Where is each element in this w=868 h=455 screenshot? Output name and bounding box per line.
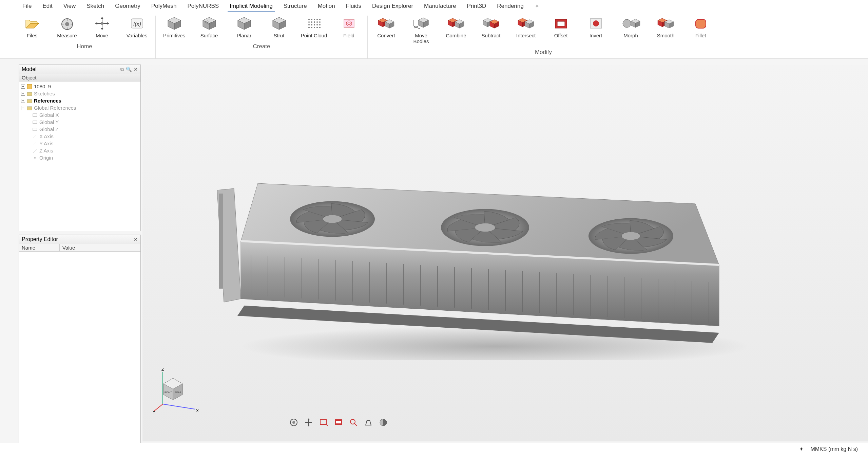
undock-icon[interactable]: ⧉	[120, 67, 124, 72]
tool-button-invert[interactable]: Invert	[581, 16, 610, 44]
tree-toggle-icon[interactable]: +	[21, 99, 25, 103]
tree-toggle-icon[interactable]: +	[21, 85, 25, 89]
svg-line-168	[354, 423, 357, 426]
menu-structure[interactable]: Structure	[282, 1, 309, 12]
tree-item-references[interactable]: +References	[21, 97, 138, 104]
perspective-icon[interactable]	[363, 417, 374, 428]
zoom-icon[interactable]	[348, 417, 359, 428]
fit-icon[interactable]	[333, 417, 344, 428]
menu-manufacture[interactable]: Manufacture	[422, 1, 458, 12]
tree-item-x-axis[interactable]: X Axis	[33, 133, 138, 140]
morph-icon	[621, 16, 640, 31]
orbit-icon[interactable]	[288, 417, 299, 428]
close-icon[interactable]: ✕	[134, 67, 138, 72]
svg-point-89	[623, 19, 631, 28]
menu-fluids[interactable]: Fluids	[344, 1, 363, 12]
menu-edit[interactable]: Edit	[40, 1, 54, 12]
tree-label: Y Axis	[39, 141, 53, 146]
svg-line-153	[163, 404, 195, 409]
model-panel: Model ⧉ 🔍 ✕ Object +1080_9+Sketches+Refe…	[19, 65, 141, 231]
tree-label: Global Y	[39, 119, 59, 125]
tree-toggle-icon[interactable]: −	[21, 106, 25, 110]
property-panel-header[interactable]: Property Editor ✕	[19, 235, 140, 244]
menu-rendering[interactable]: Rendering	[495, 1, 525, 12]
tool-button-offset[interactable]: Offset	[546, 16, 575, 44]
variables-icon: f(x)	[128, 16, 147, 31]
menu-polynurbs[interactable]: PolyNURBS	[186, 1, 221, 12]
pan-icon[interactable]	[303, 417, 314, 428]
menu-implicit-modeling[interactable]: Implicit Modeling	[228, 1, 275, 12]
add-tab-icon[interactable]: ✦	[533, 1, 541, 12]
menu-motion[interactable]: Motion	[316, 1, 337, 12]
menu-print3d[interactable]: Print3D	[465, 1, 488, 12]
search-icon[interactable]: 🔍	[126, 67, 132, 72]
tree-label: References	[34, 98, 61, 104]
tree-label: Global Z	[39, 126, 59, 132]
tool-label: Primitives	[163, 33, 185, 38]
svg-point-41	[319, 21, 321, 23]
tree-item-global-references[interactable]: −Global References	[21, 104, 138, 111]
tool-label: Invert	[590, 33, 602, 38]
tree-item-origin[interactable]: Origin	[33, 154, 138, 161]
tree-label: Origin	[39, 155, 53, 161]
tool-button-convert[interactable]: Convert	[372, 16, 401, 44]
tool-label: Move	[96, 33, 108, 38]
svg-line-154	[154, 404, 163, 411]
tool-button-fillet[interactable]: Fillet	[686, 16, 715, 44]
tool-button-strut[interactable]: Strut	[265, 16, 293, 38]
menu-file[interactable]: File	[20, 1, 34, 12]
tree-item-global-y[interactable]: Global Y	[33, 119, 138, 126]
tree-toggle-icon[interactable]: +	[21, 92, 25, 96]
svg-point-3	[65, 22, 69, 26]
view-cube[interactable]: Z Y X RIGHT REAR	[153, 367, 200, 414]
model-panel-title: Model	[22, 66, 37, 72]
tool-button-field[interactable]: Field	[334, 16, 363, 38]
model-tree: +1080_9+Sketches+References−Global Refer…	[19, 81, 140, 231]
tree-item-global-x[interactable]: Global X	[33, 111, 138, 119]
move-bodies-icon	[412, 16, 431, 31]
svg-point-44	[314, 24, 315, 25]
tool-button-subtract[interactable]: Subtract	[477, 16, 505, 44]
viewcube-rear: REAR	[175, 391, 181, 394]
tree-item-sketches[interactable]: +Sketches	[21, 90, 138, 97]
surface-icon: ox="0 0 50 44">	[200, 16, 219, 31]
menu-design-explorer[interactable]: Design Explorer	[370, 1, 415, 12]
svg-point-43	[311, 24, 312, 25]
invert-icon	[586, 16, 605, 31]
menu-geometry[interactable]: Geometry	[113, 1, 142, 12]
tool-button-point-cloud[interactable]: Point Cloud	[300, 16, 328, 38]
tree-item-y-axis[interactable]: Y Axis	[33, 140, 138, 147]
tree-item-1080_9[interactable]: +1080_9	[21, 83, 138, 90]
model-panel-header[interactable]: Model ⧉ 🔍 ✕	[19, 65, 140, 74]
shade-icon[interactable]	[378, 417, 389, 428]
axis-z-label: Z	[161, 367, 164, 372]
tool-button-surface[interactable]: ox="0 0 50 44"> Surface	[195, 16, 224, 38]
menu-view[interactable]: View	[61, 1, 78, 12]
tool-button-files[interactable]: Files	[18, 16, 46, 38]
tool-button-move[interactable]: Move	[88, 16, 116, 38]
strut-icon	[270, 16, 289, 31]
combine-icon	[447, 16, 466, 31]
tool-button-morph[interactable]: Morph	[616, 16, 645, 44]
menu-polymesh[interactable]: PolyMesh	[149, 1, 179, 12]
tool-button-intersect[interactable]: Intersect	[512, 16, 540, 44]
tool-button-variables[interactable]: f(x)Variables	[122, 16, 151, 38]
menu-sketch[interactable]: Sketch	[84, 1, 106, 12]
tool-label: Move Bodies	[407, 33, 436, 44]
tool-button-combine[interactable]: Combine	[442, 16, 470, 44]
tool-button-primitives[interactable]: Primitives	[160, 16, 189, 38]
tree-item-global-z[interactable]: Global Z	[33, 126, 138, 133]
snap-icon[interactable]: ✦	[799, 446, 804, 452]
fillet-icon	[691, 16, 710, 31]
zoom-window-icon[interactable]	[318, 417, 329, 428]
ribbon-group-modify: ConvertMove Bodies Combine Subtract	[368, 16, 719, 58]
viewport-3d[interactable]: Z Y X RIGHT REAR	[142, 65, 868, 441]
units-label[interactable]: MMKS (mm kg N s)	[810, 446, 858, 452]
tree-item-z-axis[interactable]: Z Axis	[33, 147, 138, 154]
group-label: Home	[77, 43, 92, 50]
tool-button-measure[interactable]: Measure	[53, 16, 81, 38]
tool-button-smooth[interactable]: Smooth	[651, 16, 680, 44]
tool-button-planar[interactable]: Planar	[230, 16, 258, 38]
tool-button-move-bodies[interactable]: Move Bodies	[407, 16, 436, 44]
close-icon[interactable]: ✕	[134, 237, 138, 242]
